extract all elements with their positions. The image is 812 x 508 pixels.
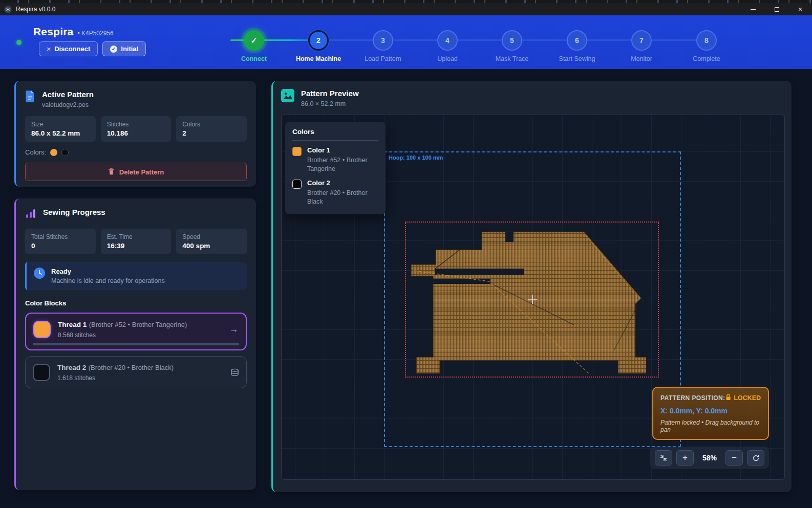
pattern-position-overlay: PATTERN POSITION: LOCKED X: 0.0mm, Y: 0.… <box>652 387 769 440</box>
step-mask-trace[interactable]: 5 Mask Trace <box>476 30 548 62</box>
step-connect-label: Connect <box>218 55 290 62</box>
color-swatch-black <box>61 149 69 156</box>
app-window: Respira v0.0.0 × Respira • K4P502956 × D… <box>0 0 812 508</box>
color-blocks-heading: Color Blocks <box>25 299 247 307</box>
stat-stitches-value: 10.186 <box>107 129 165 137</box>
legend-swatch-orange <box>292 147 302 156</box>
fit-view-button[interactable] <box>655 450 672 466</box>
minimize-button[interactable] <box>741 3 765 15</box>
zoom-in-button[interactable]: + <box>676 450 694 466</box>
colors-legend-panel: Colors Color 1 Brother #52 • Brother Tan… <box>285 122 386 214</box>
stat-size: Size 86.0 x 52.2 mm <box>25 116 96 142</box>
machine-status-box: Ready Machine is idle and ready for oper… <box>25 262 247 290</box>
stat-stitches: Stitches 10.186 <box>101 116 172 142</box>
zoom-toolbar: + 58% − <box>650 447 769 469</box>
stat-total-stitches-value: 0 <box>31 242 90 250</box>
stat-size-label: Size <box>31 121 90 128</box>
pattern-position-label: PATTERN POSITION: <box>660 394 725 402</box>
thread-2-name: Thread 2 <box>57 364 86 371</box>
machine-serial: • K4P502956 <box>77 30 113 37</box>
file-icon <box>25 90 35 104</box>
stat-speed-value: 400 spm <box>182 242 241 250</box>
step-upload[interactable]: 4 Upload <box>412 30 483 62</box>
pattern-preview-title: Pattern Preview <box>301 89 359 98</box>
step-start-sewing-circle: 6 <box>567 30 587 51</box>
thread-2-swatch <box>33 364 50 381</box>
pattern-coordinates: X: 0.0mm, Y: 0.0mm <box>660 407 761 415</box>
step-home-machine[interactable]: 2 Home Machine <box>283 30 354 62</box>
step-home-machine-circle: 2 <box>308 30 329 51</box>
sewing-progress-title: Sewing Progress <box>43 208 105 216</box>
trash-icon <box>108 167 115 176</box>
color-swatch-orange <box>50 149 57 156</box>
step-home-machine-label: Home Machine <box>283 55 354 62</box>
zoom-out-button[interactable]: − <box>725 450 743 466</box>
thread-2-detail: (Brother #20 • Brother Black) <box>89 364 174 371</box>
legend-entry-color-1: Color 1 Brother #52 • Brother Tangerine <box>292 146 378 173</box>
legend-color-2-detail: Brother #20 • Brother Black <box>307 189 378 206</box>
minimize-icon <box>751 9 756 10</box>
bullet: • <box>77 30 79 37</box>
legend-divider <box>292 140 378 141</box>
refresh-icon <box>752 454 760 462</box>
step-start-sewing-label: Start Sewing <box>541 55 613 62</box>
delete-pattern-button[interactable]: Delete Pattern <box>25 163 247 181</box>
layers-icon <box>230 368 239 377</box>
close-button[interactable]: × <box>788 3 812 15</box>
legend-color-2-name: Color 2 <box>307 179 378 187</box>
thread-1-row[interactable]: Thread 1 (Brother #52 • Brother Tangerin… <box>25 313 247 350</box>
zoom-level: 58% <box>698 454 721 462</box>
thread-2-stitches: 1.618 stitches <box>57 374 174 382</box>
brand-title: Respira <box>33 26 73 38</box>
bar-chart-icon <box>25 208 36 221</box>
initial-label: Initial <box>121 45 138 53</box>
step-load-pattern[interactable]: 3 Load Pattern <box>347 30 419 62</box>
step-mask-trace-label: Mask Trace <box>476 55 548 62</box>
titlebar: Respira v0.0.0 × <box>0 3 812 15</box>
stat-est-time-label: Est. Time <box>107 233 165 240</box>
maximize-button[interactable] <box>765 3 788 15</box>
reset-view-button[interactable] <box>747 450 764 466</box>
thread-1-stitches: 8.568 stitches <box>58 332 187 339</box>
embroidery-pattern[interactable] <box>405 222 659 378</box>
preview-canvas[interactable]: Colors Color 1 Brother #52 • Brother Tan… <box>281 115 785 480</box>
pattern-preview-card: Pattern Preview 86.0 × 52.2 mm Colors Co… <box>271 81 792 492</box>
stat-total-stitches-label: Total Stitches <box>31 233 90 240</box>
colors-label: Colors: <box>25 148 46 156</box>
serial-text: K4P502956 <box>81 30 114 37</box>
pattern-bounds <box>405 222 659 378</box>
stat-speed-label: Speed <box>182 233 241 240</box>
step-complete[interactable]: 8 Complete <box>671 30 742 62</box>
stat-total-stitches: Total Stitches 0 <box>25 229 96 254</box>
close-x-icon: × <box>47 45 51 53</box>
locked-badge: LOCKED <box>734 394 761 402</box>
arrow-right-icon: → <box>229 324 239 335</box>
stat-stitches-label: Stitches <box>107 121 165 128</box>
disconnect-button[interactable]: × Disconnect <box>39 41 98 56</box>
status-title: Ready <box>51 268 165 275</box>
maximize-icon <box>775 7 779 12</box>
initial-button[interactable]: ✓ Initial <box>102 41 146 56</box>
step-mask-trace-circle: 5 <box>502 30 522 51</box>
stat-size-value: 86.0 x 52.2 mm <box>31 129 90 137</box>
step-start-sewing[interactable]: 6 Start Sewing <box>541 30 613 62</box>
status-description: Machine is idle and ready for operations <box>51 277 165 284</box>
step-load-pattern-circle: 3 <box>373 30 393 51</box>
step-connect[interactable]: ✓ Connect <box>218 30 290 62</box>
pattern-filename: valetudogv2.pes <box>42 101 94 108</box>
active-pattern-title: Active Pattern <box>42 90 94 99</box>
clock-icon <box>34 268 45 281</box>
lock-icon <box>725 393 731 403</box>
thread-1-progress-bar <box>33 343 239 345</box>
step-monitor-circle: 7 <box>631 30 652 51</box>
image-icon <box>281 89 294 104</box>
delete-pattern-label: Delete Pattern <box>119 168 164 176</box>
legend-color-1-name: Color 1 <box>307 146 378 154</box>
stat-colors-label: Colors <box>182 121 241 128</box>
thread-2-row[interactable]: Thread 2 (Brother #20 • Brother Black) 1… <box>25 356 247 388</box>
pan-hint: Pattern locked • Drag background to pan <box>660 419 761 433</box>
fit-view-icon <box>659 454 668 462</box>
check-circle-icon: ✓ <box>110 46 117 53</box>
step-monitor[interactable]: 7 Monitor <box>606 30 677 62</box>
sewing-progress-card: Sewing Progress Total Stitches 0 Est. Ti… <box>14 198 256 490</box>
